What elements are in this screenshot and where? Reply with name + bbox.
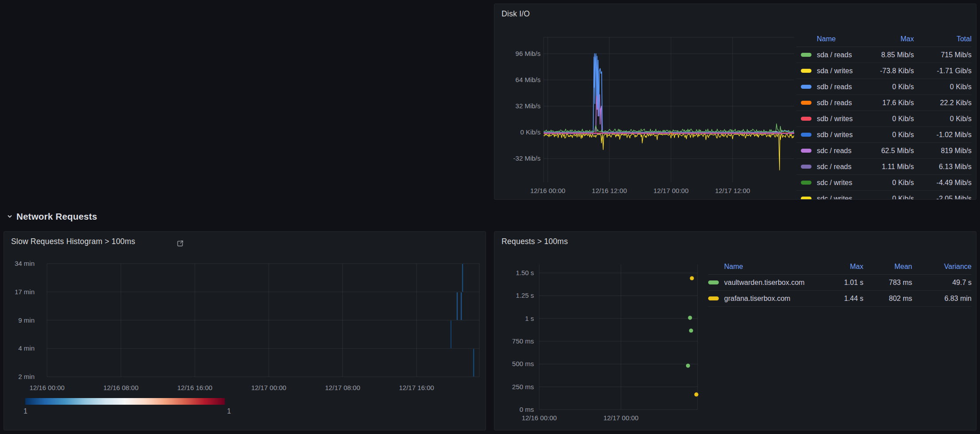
series-color-swatch[interactable] bbox=[801, 85, 811, 89]
gridlines bbox=[539, 264, 698, 410]
legend-row-sdc-writes[interactable]: sdc / writes0 Kib/s-2.05 Mib/s bbox=[796, 191, 972, 200]
series-color-swatch[interactable] bbox=[708, 280, 719, 284]
panel-slow-requests-histogram: Slow Requests Histogram > 100ms 1 1 12/1… bbox=[4, 231, 486, 430]
scatter-point-grafana-tiserbox-com[interactable] bbox=[690, 276, 694, 280]
series-color-swatch[interactable] bbox=[708, 296, 719, 300]
legend-series-name[interactable]: sdc / writes bbox=[817, 195, 852, 200]
legend-series-name[interactable]: sda / writes bbox=[817, 67, 853, 75]
series-line-sdb-reads bbox=[544, 54, 794, 132]
scatter-point-vaultwarden-tiserbox-com[interactable] bbox=[688, 316, 692, 320]
series-color-swatch[interactable] bbox=[801, 197, 811, 200]
legend-value-cell: 783 ms bbox=[863, 279, 912, 287]
series-color-swatch[interactable] bbox=[801, 117, 811, 121]
scatter-point-vaultwarden-tiserbox-com[interactable] bbox=[689, 328, 693, 332]
legend-value-cell: 0 Kib/s bbox=[856, 83, 914, 91]
dashboard-row-network-requests[interactable]: Network Requests bbox=[6, 211, 97, 222]
series-color-swatch[interactable] bbox=[801, 101, 811, 105]
legend-value-cell: 715 Mib/s bbox=[914, 51, 972, 59]
heatmap-cell[interactable] bbox=[461, 292, 462, 320]
heatmap-cell[interactable] bbox=[457, 292, 458, 320]
legend-series-name[interactable]: sdb / reads bbox=[817, 83, 852, 91]
legend-value-cell: 0 Kib/s bbox=[856, 179, 914, 187]
legend-value-cell: 0 Kib/s bbox=[856, 195, 914, 200]
series-color-swatch[interactable] bbox=[801, 69, 811, 73]
legend-row-sdb-reads[interactable]: sdb / reads17.6 Kib/s22.2 Kib/s bbox=[796, 95, 972, 111]
legend-row-sda-reads[interactable]: sda / reads8.85 Mib/s715 Mib/s bbox=[796, 47, 972, 63]
legend-header-total[interactable]: Total bbox=[914, 35, 972, 43]
legend-series-name[interactable]: sdb / writes bbox=[817, 131, 853, 139]
series-color-swatch[interactable] bbox=[801, 149, 811, 153]
legend-series-name[interactable]: grafana.tiserbox.com bbox=[724, 295, 790, 303]
legend-value-cell: -1.02 Mib/s bbox=[914, 131, 972, 139]
legend-header-mean[interactable]: Mean bbox=[863, 263, 912, 271]
legend-row-sdc-reads[interactable]: sdc / reads62.5 Mib/s819 Mib/s bbox=[796, 143, 972, 159]
chevron-down-icon bbox=[6, 213, 13, 220]
legend-value-cell: 62.5 Mib/s bbox=[856, 147, 914, 155]
scatter-point-grafana-tiserbox-com[interactable] bbox=[694, 392, 698, 396]
legend-header-variance[interactable]: Variance bbox=[912, 263, 972, 271]
requests-legend-table: NameMaxMeanVariancevaultwarden.tiserbox.… bbox=[708, 259, 972, 307]
row-header-label: Network Requests bbox=[16, 211, 97, 222]
legend-series-name[interactable]: sdc / reads bbox=[817, 163, 851, 171]
series-line-sda-writes bbox=[544, 134, 794, 170]
series-color-swatch[interactable] bbox=[801, 165, 811, 169]
heatmap-cell[interactable] bbox=[462, 264, 463, 292]
legend-header-row: NameMaxMeanVariance bbox=[708, 259, 972, 275]
legend-series-name[interactable]: sdb / writes bbox=[817, 115, 853, 123]
legend-value-cell: 8.85 Mib/s bbox=[856, 51, 914, 59]
heatmap-cell[interactable] bbox=[473, 349, 474, 376]
color-scale-max-label: 1 bbox=[213, 407, 231, 415]
heatmap-color-scale bbox=[25, 398, 225, 405]
legend-value-cell: 0 Kib/s bbox=[856, 115, 914, 123]
legend-value-cell: 802 ms bbox=[863, 295, 912, 303]
series-color-swatch[interactable] bbox=[801, 133, 811, 137]
legend-row-sdb-writes[interactable]: sdb / writes0 Kib/s-1.02 Mib/s bbox=[796, 127, 972, 143]
legend-row-grafana-tiserbox-com[interactable]: grafana.tiserbox.com1.44 s802 ms6.83 min bbox=[708, 291, 972, 307]
gridlines bbox=[47, 264, 479, 377]
legend-value-cell: 49.7 s bbox=[912, 279, 972, 287]
legend-header-name[interactable]: Name bbox=[796, 35, 856, 43]
legend-value-cell: 0 Kib/s bbox=[856, 131, 914, 139]
legend-row-sdb-writes[interactable]: sdb / writes0 Kib/s0 Kib/s bbox=[796, 111, 972, 127]
legend-value-cell: 0 Kib/s bbox=[914, 115, 972, 123]
legend-header-row: NameMaxTotal bbox=[796, 32, 972, 47]
legend-value-cell: -1.71 Gib/s bbox=[914, 67, 972, 75]
legend-value-cell: 1.11 Mib/s bbox=[856, 163, 914, 171]
color-scale-min-label: 1 bbox=[24, 407, 41, 415]
legend-header-name[interactable]: Name bbox=[708, 263, 823, 271]
legend-header-max[interactable]: Max bbox=[823, 263, 863, 271]
legend-series-name[interactable]: sdc / reads bbox=[817, 147, 851, 155]
series-color-swatch[interactable] bbox=[801, 181, 811, 185]
legend-row-sdb-reads[interactable]: sdb / reads0 Kib/s0 Kib/s bbox=[796, 79, 972, 95]
heatmap-cell[interactable] bbox=[451, 321, 451, 348]
disk-io-legend-table: NameMaxTotalsda / reads8.85 Mib/s715 Mib… bbox=[796, 32, 972, 200]
legend-series-name[interactable]: sdc / writes bbox=[817, 179, 852, 187]
legend-value-cell: 819 Mib/s bbox=[914, 147, 972, 155]
scatter-point-vaultwarden-tiserbox-com[interactable] bbox=[686, 364, 690, 368]
legend-value-cell: -73.8 Kib/s bbox=[856, 67, 914, 75]
legend-value-cell: 0 Kib/s bbox=[914, 83, 972, 91]
panel-disk-io: Disk I/O NameMaxTotalsda / reads8.85 Mib… bbox=[494, 4, 976, 200]
legend-row-sda-writes[interactable]: sda / writes-73.8 Kib/s-1.71 Gib/s bbox=[796, 63, 972, 79]
legend-value-cell: 6.13 Mib/s bbox=[914, 163, 972, 171]
legend-row-vaultwarden-tiserbox-com[interactable]: vaultwarden.tiserbox.com1.01 s783 ms49.7… bbox=[708, 275, 972, 291]
series-color-swatch[interactable] bbox=[801, 53, 811, 57]
legend-value-cell: -4.49 Mib/s bbox=[914, 179, 972, 187]
legend-series-name[interactable]: vaultwarden.tiserbox.com bbox=[724, 279, 804, 287]
legend-value-cell: 1.44 s bbox=[823, 295, 863, 303]
legend-row-sdc-writes[interactable]: sdc / writes0 Kib/s-4.49 Mib/s bbox=[796, 175, 972, 191]
panel-requests-over-100ms: Requests > 100ms NameMaxMeanVariancevaul… bbox=[494, 231, 976, 430]
legend-value-cell: 17.6 Kib/s bbox=[856, 99, 914, 107]
series-line-sda-reads bbox=[544, 124, 794, 132]
legend-series-name[interactable]: sda / reads bbox=[817, 51, 852, 59]
legend-value-cell: 6.83 min bbox=[912, 295, 972, 303]
legend-value-cell: 22.2 Kib/s bbox=[914, 99, 972, 107]
legend-header-max[interactable]: Max bbox=[856, 35, 914, 43]
gridlines bbox=[544, 37, 794, 182]
legend-series-name[interactable]: sdb / reads bbox=[817, 99, 852, 107]
legend-value-cell: 1.01 s bbox=[823, 279, 863, 287]
legend-row-sdc-reads[interactable]: sdc / reads1.11 Mib/s6.13 Mib/s bbox=[796, 159, 972, 175]
legend-value-cell: -2.05 Mib/s bbox=[914, 195, 972, 200]
